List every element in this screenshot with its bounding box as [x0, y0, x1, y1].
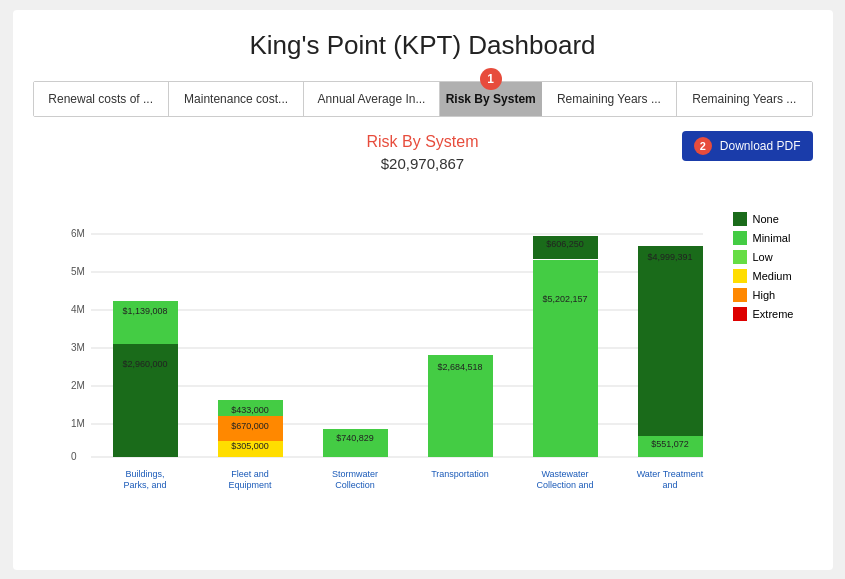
- dashboard-container: King's Point (KPT) Dashboard Renewal cos…: [13, 10, 833, 570]
- bar-6-xlabel3: Distribution: [647, 491, 692, 492]
- bar-6-label-1: $551,072: [651, 439, 689, 449]
- tab-annual-average[interactable]: Annual Average In...: [304, 82, 439, 116]
- bar-5-xlabel: Wastewater: [541, 469, 588, 479]
- bar-2-label-2: $670,000: [231, 421, 269, 431]
- y-label-1m: 1M: [71, 418, 85, 429]
- chart-legend: None Minimal Low Medium High Extreme: [733, 192, 813, 496]
- bar-2-label-1: $305,000: [231, 441, 269, 451]
- y-label-0: 0: [71, 451, 77, 462]
- content-header: Risk By System 2 Download PDF: [33, 133, 813, 151]
- tab-maintenance-costs[interactable]: Maintenance cost...: [169, 82, 304, 116]
- chart-main: 6M 5M 4M 3M 2M 1M 0: [43, 192, 723, 496]
- bar-1-label-2: $1,139,008: [122, 306, 167, 316]
- bar-5-label-1: $5,202,157: [542, 294, 587, 304]
- bar-5-label-2: $606,250: [546, 239, 584, 249]
- tab-remaining-years-2[interactable]: Remaining Years ...: [677, 82, 811, 116]
- legend-low: Low: [733, 250, 813, 264]
- chart-area: 6M 5M 4M 3M 2M 1M 0: [33, 192, 813, 496]
- tab-badge-1: 1: [480, 68, 502, 90]
- bar-1-xlabel3: Recreation: [123, 491, 167, 492]
- bar-2-xlabel: Fleet and: [231, 469, 269, 479]
- bar-1-xlabel: Buildings,: [125, 469, 164, 479]
- legend-color-medium: [733, 269, 747, 283]
- legend-medium: Medium: [733, 269, 813, 283]
- bar-3-label-1: $740,829: [336, 433, 374, 443]
- bar-2-label-3: $433,000: [231, 405, 269, 415]
- bar-6-xlabel: Water Treatment: [636, 469, 703, 479]
- bar-6-xlabel2: and: [662, 480, 677, 490]
- legend-color-minimal: [733, 231, 747, 245]
- bar-1-label-1: $2,960,000: [122, 359, 167, 369]
- bar-5-xlabel3: Treatment: [544, 491, 585, 492]
- legend-none: None: [733, 212, 813, 226]
- page-title: King's Point (KPT) Dashboard: [33, 30, 813, 61]
- legend-color-extreme: [733, 307, 747, 321]
- y-label-3m: 3M: [71, 342, 85, 353]
- tab-wrapper-risk: 1 Risk By System: [440, 82, 542, 116]
- legend-extreme: Extreme: [733, 307, 813, 321]
- bar-4-label-1: $2,684,518: [437, 362, 482, 372]
- legend-label-medium: Medium: [753, 270, 792, 282]
- legend-label-high: High: [753, 289, 776, 301]
- bar-5-xlabel2: Collection and: [536, 480, 593, 490]
- tab-renewal-costs[interactable]: Renewal costs of ...: [34, 82, 169, 116]
- legend-label-minimal: Minimal: [753, 232, 791, 244]
- y-label-4m: 4M: [71, 304, 85, 315]
- y-label-5m: 5M: [71, 266, 85, 277]
- y-label-6m: 6M: [71, 228, 85, 239]
- bar-6-label-2: $4,999,391: [647, 252, 692, 262]
- tab-remaining-years-1[interactable]: Remaining Years ...: [542, 82, 677, 116]
- legend-color-high: [733, 288, 747, 302]
- legend-color-low: [733, 250, 747, 264]
- legend-label-low: Low: [753, 251, 773, 263]
- bar-3-xlabel: Stormwater: [331, 469, 377, 479]
- bar-2-xlabel2: Equipment: [228, 480, 272, 490]
- y-label-2m: 2M: [71, 380, 85, 391]
- legend-high: High: [733, 288, 813, 302]
- download-label: Download PDF: [720, 139, 801, 153]
- bar-3-xlabel2: Collection: [335, 480, 375, 490]
- bar-1-xlabel2: Parks, and: [123, 480, 166, 490]
- content-title: Risk By System: [366, 133, 478, 151]
- bar-6-seg-2: [638, 246, 703, 436]
- bar-chart: 6M 5M 4M 3M 2M 1M 0: [43, 192, 723, 492]
- legend-label-extreme: Extreme: [753, 308, 794, 320]
- bar-4-xlabel: Transportation: [431, 469, 489, 479]
- bar-5-seg-1: [533, 260, 598, 457]
- legend-label-none: None: [753, 213, 779, 225]
- legend-minimal: Minimal: [733, 231, 813, 245]
- legend-color-none: [733, 212, 747, 226]
- download-badge: 2: [694, 137, 712, 155]
- download-pdf-button[interactable]: 2 Download PDF: [682, 131, 813, 161]
- tabs-bar: Renewal costs of ... Maintenance cost...…: [33, 81, 813, 117]
